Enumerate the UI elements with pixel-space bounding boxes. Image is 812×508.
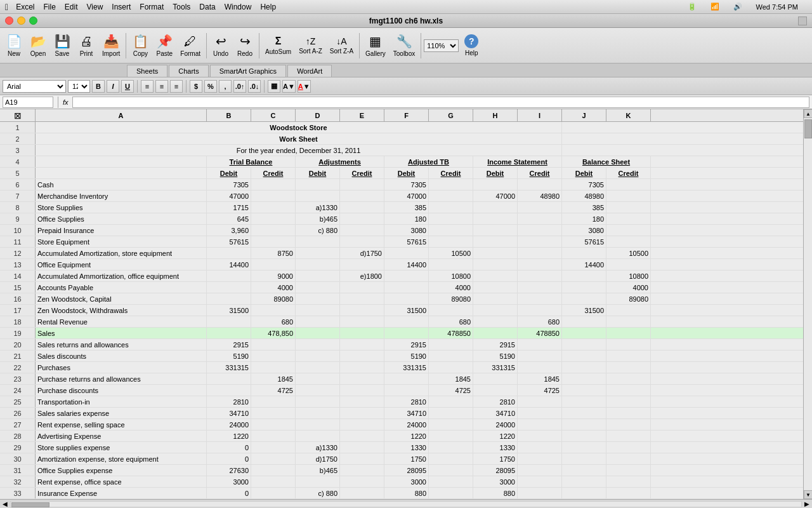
cell-a22[interactable]: Purchases xyxy=(36,362,207,373)
align-left-button[interactable]: ≡ xyxy=(141,80,154,93)
scroll-down-button[interactable]: ▼ xyxy=(804,490,812,499)
cell-f33[interactable]: 880 xyxy=(384,488,429,498)
cell-e11[interactable] xyxy=(340,236,384,247)
cell-f8[interactable]: 385 xyxy=(384,202,429,213)
cell-j31[interactable] xyxy=(562,465,606,476)
cell-c6[interactable] xyxy=(251,179,296,190)
right-scrollbar[interactable]: ▲ ▼ xyxy=(803,109,812,499)
menu-window[interactable]: Window xyxy=(225,3,252,11)
cell-a5[interactable] xyxy=(36,168,207,178)
cell-g30[interactable] xyxy=(429,453,473,464)
cell-g8[interactable] xyxy=(429,202,473,213)
cell-a6[interactable]: Cash xyxy=(36,179,207,190)
cell-k10[interactable] xyxy=(606,225,651,236)
cell-k14[interactable]: 10800 xyxy=(606,271,651,281)
col-header-d[interactable]: D xyxy=(296,109,340,121)
cell-f5[interactable]: Debit xyxy=(384,168,429,178)
cell-b6[interactable]: 7305 xyxy=(207,179,251,190)
cell-d33[interactable]: c) 880 xyxy=(296,488,340,498)
cell-b25[interactable]: 2810 xyxy=(207,396,251,407)
cell-k32[interactable] xyxy=(606,476,651,487)
cell-c33[interactable] xyxy=(251,488,296,498)
cell-c21[interactable] xyxy=(251,351,296,361)
cell-e16[interactable] xyxy=(340,293,384,304)
cell-j24[interactable] xyxy=(562,385,606,396)
cell-f23[interactable] xyxy=(384,373,429,384)
cell-j5[interactable]: Debit xyxy=(562,168,606,178)
cell-b26[interactable]: 34710 xyxy=(207,408,251,418)
cell-b23[interactable] xyxy=(207,373,251,384)
cell-i30[interactable] xyxy=(518,453,562,464)
cell-k29[interactable] xyxy=(606,442,651,453)
cell-a16[interactable]: Zen Woodstock, Capital xyxy=(36,293,207,304)
cell-i24[interactable]: 4725 xyxy=(518,385,562,396)
cell-a28[interactable]: Advertising Expense xyxy=(36,431,207,441)
tab-sheets[interactable]: Sheets xyxy=(127,65,167,77)
cell-c12[interactable]: 8750 xyxy=(251,248,296,258)
menu-view[interactable]: View xyxy=(87,3,103,11)
print-button[interactable]: 🖨 Print xyxy=(75,32,98,59)
cell-f25[interactable]: 2810 xyxy=(384,396,429,407)
cell-k22[interactable] xyxy=(606,362,651,373)
cell-e28[interactable] xyxy=(340,431,384,441)
menu-tools[interactable]: Tools xyxy=(173,3,190,11)
cell-k11[interactable] xyxy=(606,236,651,247)
menu-excel[interactable]: Excel xyxy=(16,3,34,11)
cell-k26[interactable] xyxy=(606,408,651,418)
cell-e5[interactable]: Credit xyxy=(340,168,384,178)
cell-c15[interactable]: 4000 xyxy=(251,282,296,293)
col-header-c[interactable]: C xyxy=(251,109,296,121)
cell-g26[interactable] xyxy=(429,408,473,418)
borders-button[interactable]: ▦ xyxy=(268,80,280,93)
cell-f7[interactable]: 47000 xyxy=(384,190,429,201)
align-right-button[interactable]: ≡ xyxy=(170,80,183,93)
cell-f17[interactable]: 31500 xyxy=(384,305,429,316)
cell-d6[interactable] xyxy=(296,179,340,190)
col-header-j[interactable]: J xyxy=(562,109,606,121)
cell-i12[interactable] xyxy=(518,248,562,258)
cell-d30[interactable]: d)1750 xyxy=(296,453,340,464)
close-button[interactable] xyxy=(5,17,13,25)
fill-color-button[interactable]: A▼ xyxy=(282,80,296,93)
cell-c7[interactable] xyxy=(251,190,296,201)
cell-k20[interactable] xyxy=(606,339,651,350)
cell-c17[interactable] xyxy=(251,305,296,316)
cell-h12[interactable] xyxy=(473,248,518,258)
cell-g25[interactable] xyxy=(429,396,473,407)
cell-b19[interactable] xyxy=(207,328,251,338)
cell-h8[interactable] xyxy=(473,202,518,213)
cell-h19[interactable] xyxy=(473,328,518,338)
cell-f10[interactable]: 3080 xyxy=(384,225,429,236)
cell-j4[interactable]: Balance Sheet xyxy=(562,156,651,167)
cell-a29[interactable]: Store supplies expense xyxy=(36,442,207,453)
cell-d18[interactable] xyxy=(296,316,340,327)
cell-f16[interactable] xyxy=(384,293,429,304)
cell-a7[interactable]: Merchandise Inventory xyxy=(36,190,207,201)
cell-f20[interactable]: 2915 xyxy=(384,339,429,350)
cell-i25[interactable] xyxy=(518,396,562,407)
cell-a26[interactable]: Sales salaries expense xyxy=(36,408,207,418)
cell-i33[interactable] xyxy=(518,488,562,498)
cell-h14[interactable] xyxy=(473,271,518,281)
cell-g22[interactable] xyxy=(429,362,473,373)
cell-i14[interactable] xyxy=(518,271,562,281)
cell-j9[interactable]: 180 xyxy=(562,213,606,224)
cell-c13[interactable] xyxy=(251,259,296,270)
cell-i17[interactable] xyxy=(518,305,562,316)
col-header-h[interactable]: H xyxy=(473,109,518,121)
cell-b17[interactable]: 31500 xyxy=(207,305,251,316)
cell-c29[interactable] xyxy=(251,442,296,453)
cell-g9[interactable] xyxy=(429,213,473,224)
cell-j16[interactable] xyxy=(562,293,606,304)
comma-button[interactable]: , xyxy=(219,80,232,93)
bold-button[interactable]: B xyxy=(92,80,105,93)
cell-c22[interactable] xyxy=(251,362,296,373)
cell-h6[interactable] xyxy=(473,179,518,190)
cell-j10[interactable]: 3080 xyxy=(562,225,606,236)
menu-format[interactable]: Format xyxy=(140,3,164,11)
cell-a17[interactable]: Zen Woodstock, Withdrawals xyxy=(36,305,207,316)
cell-i31[interactable] xyxy=(518,465,562,476)
cell-e13[interactable] xyxy=(340,259,384,270)
cell-e18[interactable] xyxy=(340,316,384,327)
cell-c18[interactable]: 680 xyxy=(251,316,296,327)
